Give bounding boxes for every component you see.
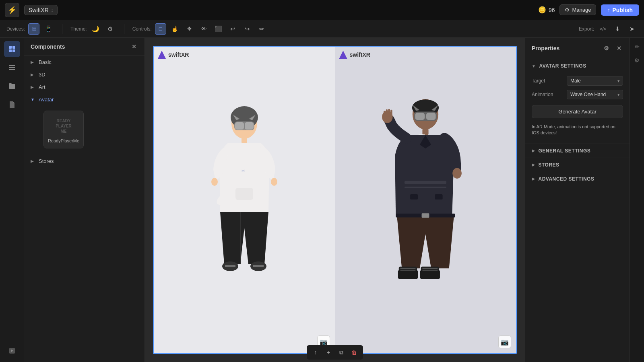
manage-gear-icon: ⚙ <box>565 7 570 13</box>
tree-item-avatar[interactable]: ▼ Avatar <box>24 93 144 106</box>
control-pen-button[interactable]: ✏ <box>256 23 268 35</box>
stores-chevron-icon: ▶ <box>532 162 535 167</box>
manage-button[interactable]: ⚙ Manage <box>559 4 596 15</box>
svg-rect-48 <box>388 109 390 117</box>
general-settings-header[interactable]: ▶ General Settings <box>525 144 630 158</box>
tree-label-stores: Stores <box>39 158 54 164</box>
tree-item-stores[interactable]: ▶ Stores <box>24 155 144 167</box>
general-chevron-icon: ▶ <box>532 148 535 153</box>
tree-item-basic[interactable]: ▶ Basic <box>24 56 144 68</box>
theme-mode-button[interactable]: 🌙 <box>90 23 101 35</box>
target-label: Target <box>532 78 545 84</box>
generate-avatar-label: Generate Avatar <box>558 109 596 115</box>
svg-rect-36 <box>426 113 436 120</box>
control-select-button[interactable]: □ <box>155 23 166 35</box>
manage-label: Manage <box>572 7 591 13</box>
sidebar-components-icon[interactable] <box>4 41 20 57</box>
svg-rect-19 <box>235 188 253 200</box>
left-avatar-svg: ⋈ <box>200 99 289 300</box>
svg-rect-3 <box>12 49 15 52</box>
target-select-wrapper: Male Female <box>567 76 623 86</box>
canvas-copy-button[interactable]: ⧉ <box>336 347 347 358</box>
project-name[interactable]: SwiftXR ↕ <box>24 5 58 15</box>
svg-rect-46 <box>384 111 386 118</box>
tree-label-avatar: Avatar <box>39 97 54 103</box>
card-icon-rpm: READYPLAYERME <box>52 116 76 136</box>
svg-point-21 <box>271 178 277 186</box>
theme-settings-button[interactable]: ⚙ <box>105 23 116 35</box>
left-sidebar <box>0 38 24 362</box>
svg-rect-2 <box>9 49 12 52</box>
export-share-button[interactable]: ➤ <box>626 23 638 35</box>
svg-rect-5 <box>9 67 15 68</box>
coin-icon: 🪙 <box>538 6 546 14</box>
controls-section: Controls: □ ☝ ✥ 👁 ⬛ ↩ ↪ ✏ <box>132 23 268 35</box>
left-avatar-panel: swiftXR <box>154 47 335 353</box>
general-settings-title: General Settings <box>539 148 591 154</box>
coin-count: 96 <box>549 7 555 13</box>
svg-rect-52 <box>435 194 443 200</box>
sidebar-folder-icon[interactable] <box>4 78 20 94</box>
control-transform-button[interactable]: ✥ <box>184 23 195 35</box>
svg-rect-1 <box>12 46 15 49</box>
stores-title: Stores <box>539 162 559 168</box>
edge-settings-icon[interactable]: ⚙ <box>632 55 643 66</box>
right-screenshot-button[interactable]: 📷 <box>498 335 511 348</box>
avatar-cards-area: READYPLAYERME ReadyPlayerMe <box>24 106 144 155</box>
export-code-button[interactable]: </> <box>597 23 609 35</box>
right-avatar-figure <box>335 47 516 353</box>
svg-rect-51 <box>410 194 418 200</box>
target-select[interactable]: Male Female <box>567 76 623 86</box>
svg-rect-35 <box>415 113 425 120</box>
sidebar-video-icon[interactable] <box>4 343 20 359</box>
theme-section: Theme: 🌙 ⚙ <box>70 23 116 35</box>
logo-button[interactable]: ⚡ <box>5 3 19 17</box>
animation-select[interactable]: Wave One Hand Idle Walk Run Jump <box>567 90 623 99</box>
publish-button[interactable]: ↑ Publish <box>601 4 639 16</box>
ready-player-me-card[interactable]: READYPLAYERME ReadyPlayerMe <box>43 111 84 148</box>
export-download-button[interactable]: ⬇ <box>612 23 623 35</box>
device-desktop-button[interactable]: 🖥 <box>28 23 39 35</box>
svg-rect-43 <box>405 181 446 184</box>
tree-item-art[interactable]: ▶ Art <box>24 81 144 93</box>
components-title: Components <box>31 43 65 50</box>
main-layout: Components ✕ ▶ Basic ▶ 3D ▶ Art ▼ Avatar… <box>0 38 644 362</box>
edge-pencil-icon[interactable]: ✏ <box>632 41 643 52</box>
advanced-settings-title: Advanced Settings <box>539 176 594 182</box>
generate-avatar-button[interactable]: Generate Avatar <box>532 105 623 118</box>
advanced-settings-header[interactable]: ▶ Advanced Settings <box>525 172 630 186</box>
control-cursor-button[interactable]: ☝ <box>169 23 181 35</box>
sidebar-layers-icon[interactable] <box>4 60 20 76</box>
svg-rect-13 <box>245 122 254 130</box>
sidebar-bottom <box>4 343 20 359</box>
device-mobile-button[interactable]: 📱 <box>43 23 54 35</box>
avatar-settings-content: Target Male Female Animation Wave One Ha… <box>525 73 630 144</box>
properties-title: Properties <box>532 45 559 51</box>
left-panel-logo: swiftXR <box>158 51 189 59</box>
canvas-move-up-button[interactable]: ↑ <box>310 347 321 358</box>
properties-close-button[interactable]: ✕ <box>615 44 623 52</box>
control-screen-button[interactable]: ⬛ <box>213 23 224 35</box>
stores-header[interactable]: ▶ Stores <box>525 158 630 172</box>
tree-item-3d[interactable]: ▶ 3D <box>24 68 144 81</box>
canvas-frame: swiftXR <box>153 46 517 354</box>
svg-rect-26 <box>251 263 266 269</box>
properties-settings-icon[interactable]: ⚙ <box>601 43 612 54</box>
publish-label: Publish <box>612 7 633 13</box>
components-close-button[interactable]: ✕ <box>130 43 138 51</box>
animation-select-wrapper: Wave One Hand Idle Walk Run Jump <box>567 90 623 99</box>
general-settings-section: ▶ General Settings <box>525 144 630 158</box>
tree-arrow-avatar: ▼ <box>31 97 35 102</box>
svg-rect-6 <box>9 69 15 70</box>
sidebar-page-icon[interactable] <box>4 97 20 113</box>
avatar-settings-header[interactable]: ▼ Avatar Settings <box>525 59 630 73</box>
ios-warning-text: In AR Mode, animation is not supported o… <box>532 121 623 139</box>
control-eye-button[interactable]: 👁 <box>198 23 210 35</box>
animation-row: Animation Wave One Hand Idle Walk Run Ju… <box>532 90 623 99</box>
control-redo-button[interactable]: ↪ <box>242 23 253 35</box>
control-undo-button[interactable]: ↩ <box>227 23 239 35</box>
avatar-settings-section: ▼ Avatar Settings Target Male Female Ani… <box>525 59 630 144</box>
canvas-delete-button[interactable]: 🗑 <box>349 347 360 358</box>
canvas-add-button[interactable]: + <box>323 347 334 358</box>
tree-arrow-basic: ▶ <box>31 60 35 64</box>
